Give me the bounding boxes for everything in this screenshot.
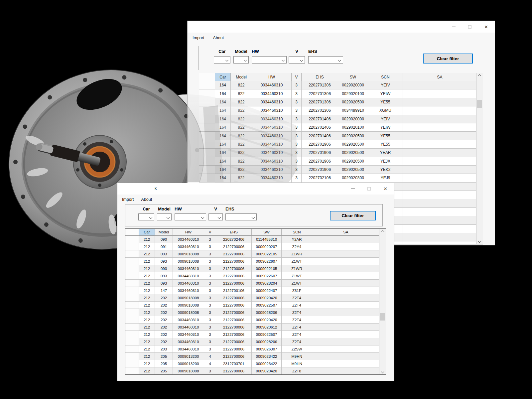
table-cell[interactable]: 0034460310 [173,324,204,331]
table-cell[interactable]: 093 [155,280,173,287]
table-cell[interactable]: 822 [231,115,252,123]
title-bar[interactable]: k ✕ [117,183,394,195]
table-cell[interactable]: 0009018008 [173,258,204,265]
table-cell[interactable] [403,89,477,98]
table-cell[interactable]: Z2T4 [282,324,312,331]
table-cell[interactable] [403,140,477,149]
table-cell[interactable] [312,302,380,309]
table-cell[interactable]: 2202701306 [302,98,338,106]
table-cell[interactable]: 093 [155,258,173,265]
table-cell[interactable]: Z2T4 [282,302,312,309]
table-cell[interactable]: 202 [155,338,173,345]
table-cell[interactable]: 2202701406 [302,132,338,140]
row-header-cell[interactable] [125,243,139,250]
table-cell[interactable]: 0034460310 [252,166,292,174]
car-filter-dropdown[interactable] [214,56,230,64]
row-header-cell[interactable] [125,345,139,353]
row-header-cell[interactable] [125,309,139,316]
row-header-cell[interactable] [125,353,139,360]
table-cell[interactable]: 3 [204,236,216,243]
table-cell[interactable] [312,367,380,375]
hw-filter-dropdown[interactable] [175,213,206,220]
row-header-cell[interactable] [199,140,215,149]
vertical-scrollbar[interactable] [476,73,483,244]
table-cell[interactable]: 212 [139,272,155,280]
table-cell[interactable]: Z2T4 [282,309,312,316]
table-cell[interactable]: Y2AR [282,236,312,243]
column-header-scn[interactable]: SCN [282,229,312,236]
table-cell[interactable]: 0009018008 [173,294,204,302]
table-cell[interactable] [403,115,477,123]
menu-import[interactable]: Import [193,36,204,40]
table-cell[interactable]: 0009013200 [173,360,204,367]
table-cell[interactable] [403,149,477,157]
table-cell[interactable]: 0009020612 [252,324,282,331]
table-cell[interactable]: 212 [139,287,155,294]
table-cell[interactable]: 164 [215,106,231,115]
table-row[interactable]: 2120930009018008321227000060009022607Z1W… [125,258,380,265]
row-header-cell[interactable] [199,157,215,166]
table-cell[interactable]: 822 [231,98,252,106]
row-header-cell[interactable] [125,324,139,331]
table-cell[interactable]: 203 [155,345,173,353]
table-cell[interactable]: 0029020300 [338,174,368,182]
table-row[interactable]: 1648220034460310322027019060029020500YEK… [199,166,477,174]
table-cell[interactable]: Z31F [282,287,312,294]
table-cell[interactable]: 212 [139,280,155,287]
scrollbar-thumb[interactable] [380,313,385,321]
table-cell[interactable]: 0034460310 [173,272,204,280]
table-cell[interactable]: 0034460310 [173,338,204,345]
table-cell[interactable]: 212 [139,243,155,250]
table-cell[interactable]: 2122700006 [216,353,252,360]
vertical-scrollbar[interactable] [379,229,386,374]
table-cell[interactable]: 164 [215,174,231,182]
table-cell[interactable]: 3 [204,345,216,353]
table-cell[interactable]: YEAR [368,149,403,157]
row-header-cell[interactable] [199,123,215,132]
table-row[interactable]: 1648220034460310322027014060029020100YEI… [199,123,477,132]
table-cell[interactable]: 0034460310 [173,280,204,287]
table-cell[interactable]: 164 [215,123,231,132]
table-cell[interactable]: 212 [139,360,155,367]
table-cell[interactable]: 093 [155,265,173,272]
table-cell[interactable]: 3 [292,157,302,166]
table-cell[interactable] [403,208,477,216]
table-cell[interactable]: 202 [155,324,173,331]
table-row[interactable]: 1648220034460310322027021060029020300YEJ… [199,174,477,182]
table-cell[interactable]: 0034460310 [252,81,292,89]
table-cell[interactable]: 212 [139,316,155,324]
row-header-cell[interactable] [125,236,139,243]
table-row[interactable]: 2120930034460310321227000060009022607Z1W… [125,272,380,280]
table-cell[interactable]: 0009018008 [173,367,204,375]
minimize-button[interactable] [345,184,360,194]
table-cell[interactable]: 0009018008 [173,309,204,316]
table-cell[interactable]: 0034460310 [252,140,292,149]
table-cell[interactable]: 2202701406 [302,115,338,123]
table-cell[interactable]: 164 [215,166,231,174]
table-cell[interactable]: 3 [292,140,302,149]
row-header-cell[interactable] [125,272,139,280]
table-cell[interactable]: 3 [204,250,216,258]
column-header-v[interactable]: V [292,73,302,81]
table-cell[interactable] [403,98,477,106]
table-row[interactable]: 1648220034460310322027019060029020500YEJ… [199,157,477,166]
table-cell[interactable]: 2312703701 [216,360,252,367]
table-cell[interactable]: Z2T8 [282,367,312,375]
table-row[interactable]: 2122020034460310321227000060009020420Z2T… [125,316,380,324]
table-cell[interactable] [312,345,380,353]
table-cell[interactable] [403,166,477,174]
column-header-v[interactable]: V [204,229,216,236]
table-cell[interactable]: 2122700006 [216,272,252,280]
table-cell[interactable]: 164 [215,89,231,98]
table-cell[interactable]: 0009023422 [252,360,282,367]
table-cell[interactable] [403,225,477,233]
row-header-cell[interactable] [199,98,215,106]
table-cell[interactable]: 0034460310 [252,123,292,132]
table-cell[interactable]: 0029020500 [338,149,368,157]
table-cell[interactable]: YE55 [368,132,403,140]
table-cell[interactable] [312,309,380,316]
table-cell[interactable]: 0034460310 [252,98,292,106]
table-cell[interactable]: 2202701906 [302,166,338,174]
table-cell[interactable]: 212 [139,236,155,243]
table-cell[interactable]: Z1WT [282,258,312,265]
